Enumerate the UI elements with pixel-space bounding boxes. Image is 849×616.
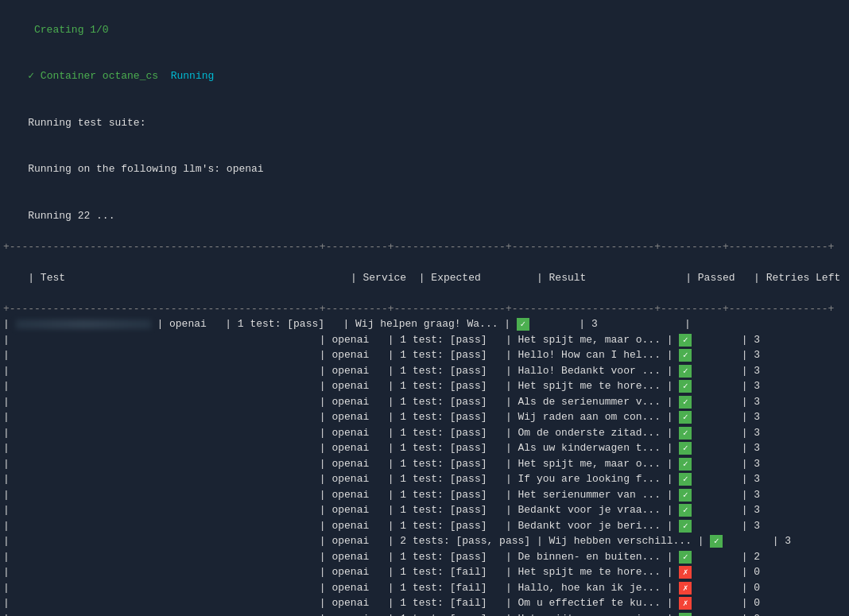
table-row: | | openai | 1 test: [pass] | Hello! How…: [3, 347, 846, 363]
col-retries-label: | Retries Left |: [754, 272, 849, 284]
pass-icon: ✓: [679, 520, 692, 533]
table-row: | | openai | 1 test: [fail] | Hallo, hoe…: [3, 580, 846, 596]
table-sep-top: +---------------------------------------…: [3, 239, 846, 255]
llm-text: Running on the following llm's: openai: [28, 163, 263, 175]
col-test: |: [28, 272, 41, 284]
fail-icon: ✗: [679, 597, 692, 610]
pass-icon: ✓: [679, 489, 692, 502]
table-row: | | openai | 1 test: [pass] | Het spijt …: [3, 611, 846, 617]
table-row: | | openai | 1 test: [pass] | Wij raden …: [3, 409, 846, 425]
pass-icon: ✓: [679, 473, 692, 486]
table-row: | | openai | 1 test: [pass] | Het serien…: [3, 487, 846, 503]
pass-icon: ✓: [517, 318, 529, 331]
running-status: Running: [171, 70, 215, 82]
table-row: | | openai | 1 test: [pass] | If you are…: [3, 471, 846, 487]
pass-icon: ✓: [679, 365, 692, 378]
fail-icon: ✗: [679, 566, 692, 579]
table-row: | | openai | 1 test: [pass] | Wij helpen…: [3, 316, 846, 332]
pass-icon: ✓: [679, 396, 692, 409]
pass-icon: ✓: [679, 504, 692, 517]
container-line: ✓ Container octane_cs Running: [3, 53, 846, 100]
table-row: | | openai | 1 test: [pass] | Om de onde…: [3, 425, 846, 441]
table-sep-header: +---------------------------------------…: [3, 301, 846, 317]
table-row: | | openai | 1 test: [pass] | De binnen-…: [3, 549, 846, 565]
pass-icon: ✓: [679, 442, 692, 455]
pass-icon: ✓: [679, 334, 692, 347]
running-count-line: Running 22 ...: [3, 192, 846, 239]
creating-line: Creating 1/0: [3, 6, 846, 53]
terminal: Creating 1/0 ✓ Container octane_cs Runni…: [0, 0, 849, 616]
col-expected-label: | Expected: [419, 272, 537, 284]
pass-icon: ✓: [679, 551, 692, 564]
table-row: | | openai | 1 test: [pass] | Bedankt vo…: [3, 518, 846, 534]
col-test-label: Test: [41, 272, 351, 284]
table-row: | | openai | 1 test: [pass] | Hallo! Bed…: [3, 363, 846, 379]
pass-icon: ✓: [679, 411, 692, 424]
running-suite-text: Running test suite:: [28, 117, 145, 129]
col-service-label: | Service: [351, 272, 419, 284]
table-row: | | openai | 2 tests: [pass, pass] | Wij…: [3, 533, 846, 549]
table-row: | | openai | 1 test: [pass] | Bedankt vo…: [3, 502, 846, 518]
running-suite-line: Running test suite:: [3, 99, 846, 146]
table-row: | | openai | 1 test: [pass] | Het spijt …: [3, 378, 846, 394]
table-row: | | openai | 1 test: [fail] | Het spijt …: [3, 564, 846, 580]
fail-icon: ✗: [679, 582, 692, 595]
creating-text: Creating 1/0: [28, 24, 108, 36]
table-row: | | openai | 1 test: [fail] | Om u effec…: [3, 595, 846, 611]
pass-icon: ✓: [679, 349, 692, 362]
table-row: | | openai | 1 test: [pass] | Het spijt …: [3, 456, 846, 472]
blurred-test: [16, 320, 151, 329]
col-result-label: | Result: [537, 272, 685, 284]
table-row: | | openai | 1 test: [pass] | Het spijt …: [3, 332, 846, 348]
table-header: | Test | Service | Expected | Result | P…: [3, 254, 846, 301]
pass-icon: ✓: [679, 380, 692, 393]
pass-icon: ✓: [710, 535, 723, 548]
llm-line: Running on the following llm's: openai: [3, 146, 846, 193]
pass-icon: ✓: [679, 427, 692, 440]
col-passed-label: | Passed: [685, 272, 754, 284]
pass-icon: ✓: [679, 613, 692, 617]
container-check: ✓ Container octane_cs: [28, 70, 170, 82]
running-count-text: Running 22 ...: [28, 210, 114, 222]
table-row: | | openai | 1 test: [pass] | Als uw kin…: [3, 440, 846, 456]
table-row: | | openai | 1 test: [pass] | Als de ser…: [3, 394, 846, 410]
pass-icon: ✓: [679, 458, 692, 471]
